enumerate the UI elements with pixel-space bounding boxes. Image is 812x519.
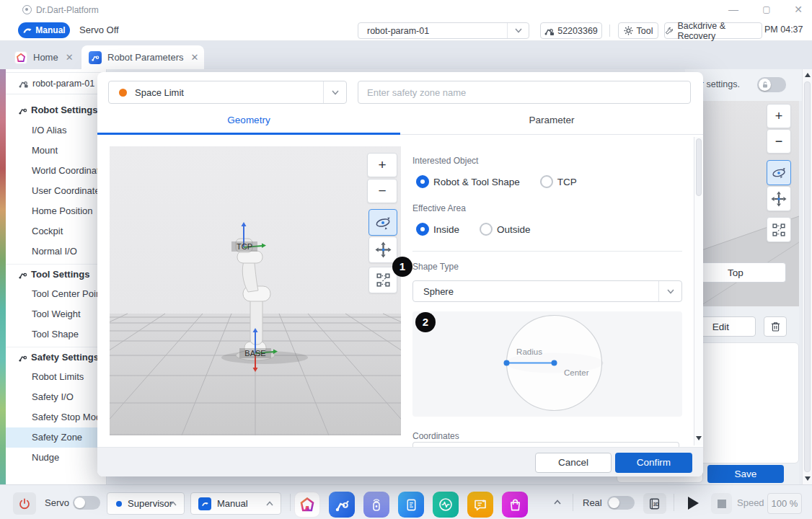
zoom-out-button[interactable]: − [367, 179, 397, 203]
radio-robot-tool-shape[interactable] [416, 175, 429, 188]
dialog-scrollbar-thumb[interactable] [696, 138, 702, 196]
sidebar-item-safety-stop-modes[interactable]: Safety Stop Modes [6, 407, 107, 427]
robot-parameters-tab-close-icon[interactable]: ✕ [191, 52, 199, 63]
minimize-icon[interactable]: — [721, 0, 746, 19]
scroll-down-icon[interactable] [805, 476, 811, 481]
robot-lock-icon [544, 26, 554, 35]
radio-tcp[interactable] [540, 175, 553, 188]
measure-icon [772, 223, 786, 237]
role-dropdown[interactable]: Supervisor [107, 492, 185, 515]
radio-outside[interactable] [480, 223, 493, 236]
trash-icon [770, 321, 781, 332]
3d-view-button[interactable]: 3D [643, 493, 666, 514]
task-writer-app-icon[interactable] [398, 492, 424, 518]
manual-mode-button[interactable]: Manual [18, 22, 70, 38]
role-status-dot [116, 501, 122, 507]
monitoring-app-icon[interactable] [433, 492, 459, 518]
maximize-icon[interactable]: ▢ [754, 0, 779, 19]
zoom-in-button[interactable]: + [367, 153, 397, 177]
effective-area-label: Effective Area [412, 203, 466, 213]
sidebar-item-tool-weight[interactable]: Tool Weight [6, 304, 107, 324]
speed-value-box[interactable]: 100 % [767, 493, 802, 514]
dialog-scrollbar[interactable] [694, 137, 703, 445]
main-toolbar: Manual Servo Off robot-param-01 52203369… [0, 20, 812, 41]
bg-orbit-button[interactable] [767, 160, 791, 185]
sidebar-item-tool-center-point[interactable]: Tool Center Point [6, 284, 107, 304]
form-divider [412, 251, 682, 252]
sidebar-item-world-coordinates[interactable]: World Coordinates [6, 161, 107, 181]
teach-pendant-app-icon[interactable] [363, 492, 389, 518]
sidebar-item-safety-zone[interactable]: Safety Zone [6, 427, 107, 448]
confirm-button[interactable]: Confirm [615, 453, 692, 473]
cancel-button[interactable]: Cancel [535, 453, 612, 473]
tab-geometry[interactable]: Geometry [97, 108, 400, 134]
shape-type-label: Shape Type [412, 262, 459, 272]
sidebar-item-user-coordinates[interactable]: User Coordinates [6, 181, 107, 201]
message-app-icon[interactable] [467, 492, 493, 518]
robot-3d-scene: TCP BASE [110, 146, 401, 435]
shape-type-dropdown[interactable]: Sphere [412, 280, 682, 302]
robot-parameters-app-icon[interactable] [329, 492, 355, 518]
radius-label: Radius [516, 347, 542, 356]
robot-3d-viewport[interactable]: TCP BASE + − Front Right Le [110, 146, 401, 435]
scroll-down-icon[interactable] [696, 436, 702, 440]
gear-icon [624, 26, 633, 35]
robot-icon [19, 106, 27, 115]
bg-zoom-in-button[interactable]: + [767, 104, 791, 128]
sidebar-item-io-alias[interactable]: I/O Alias [6, 120, 107, 141]
robot-param-dropdown[interactable]: robot-param-01 [358, 22, 529, 39]
radio-inside[interactable] [416, 223, 429, 236]
zone-name-input[interactable] [358, 81, 691, 104]
sidebar-item-normal-io[interactable]: Normal I/O [6, 241, 107, 262]
save-button[interactable]: Save [707, 465, 784, 483]
sidebar-item-home-position[interactable]: Home Position [6, 201, 107, 221]
bg-measure-button[interactable] [767, 217, 791, 242]
backdrive-recovery-button[interactable]: Backdrive & Recovery [664, 22, 762, 39]
store-app-icon[interactable] [502, 492, 528, 518]
sidebar-item-cockpit[interactable]: Cockpit [6, 221, 107, 241]
sidebar-nav: Robot Settings I/O Alias Mount World Coo… [6, 100, 107, 468]
zoom-out-icon: − [378, 183, 386, 199]
stop-button[interactable] [711, 493, 732, 514]
save-button-label: Save [735, 469, 757, 479]
annotation-badge-1: 1 [392, 257, 412, 277]
tab-home[interactable]: Home ✕ [7, 45, 76, 69]
robot-serial-button[interactable]: 52203369 [540, 22, 602, 39]
robot-parameters-tab-label: Robot Parameters [107, 52, 184, 63]
close-icon[interactable]: ✕ [786, 0, 811, 19]
manual-mode-icon [198, 497, 211, 510]
sidebar-item-safety-io[interactable]: Safety I/O [6, 387, 107, 407]
tool-button[interactable]: Tool [618, 22, 658, 39]
tab-parameter[interactable]: Parameter [400, 108, 703, 134]
page-scrollbar-thumb[interactable] [804, 81, 811, 472]
tab-robot-parameters[interactable]: Robot Parameters ✕ [81, 45, 204, 69]
play-button[interactable] [684, 494, 702, 513]
bg-view-top-label: Top [728, 267, 743, 278]
servo-toggle[interactable] [73, 496, 100, 510]
power-button[interactable] [13, 492, 36, 515]
sidebar-item-nudge[interactable]: Nudge [6, 448, 107, 468]
operation-mode-dropdown[interactable]: Manual [190, 492, 281, 515]
robot-icon [19, 270, 27, 279]
edit-button-label: Edit [712, 321, 729, 332]
page-scrollbar[interactable] [802, 69, 812, 484]
radio-robot-tool-shape-label: Robot & Tool Shape [433, 177, 520, 187]
dock-collapse-icon[interactable] [554, 500, 561, 505]
sidebar-item-mount[interactable]: Mount [6, 141, 107, 161]
home-app-icon[interactable] [294, 492, 320, 518]
bottom-bar: Servo Supervisor Manual [0, 484, 812, 519]
pan-button[interactable] [369, 236, 397, 263]
zone-type-dropdown[interactable]: Space Limit [108, 81, 347, 104]
bg-zoom-out-button[interactable]: − [767, 129, 791, 154]
sidebar-item-tool-shape[interactable]: Tool Shape [6, 324, 107, 345]
delete-button[interactable] [764, 316, 787, 337]
home-tab-close-icon[interactable]: ✕ [66, 52, 74, 63]
scroll-up-icon[interactable] [805, 73, 811, 77]
orbit-button[interactable] [369, 209, 397, 236]
app-title: Dr.Dart-Platform [36, 5, 99, 15]
real-toggle[interactable] [607, 496, 635, 510]
coordinates-label: Coordinates [412, 431, 459, 441]
edit-lock-toggle[interactable] [757, 77, 786, 92]
sidebar-item-robot-limits[interactable]: Robot Limits [6, 367, 107, 387]
bg-pan-button[interactable] [767, 186, 791, 211]
